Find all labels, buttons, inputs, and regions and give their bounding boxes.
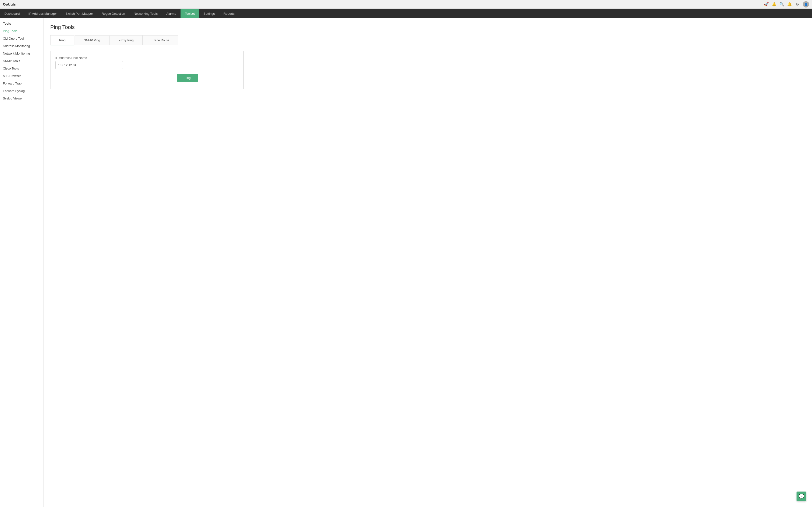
app-logo: OpUtils bbox=[3, 2, 16, 6]
content-box: IP Address/Host Name Ping bbox=[50, 51, 244, 89]
ip-label: IP Address/Host Name bbox=[55, 56, 239, 60]
top-bar: OpUtils 🚀 🔔 🔍 🔔 ⚙ 👤 bbox=[0, 0, 812, 9]
nav-bar: Dashboard IP Address Manager Switch Port… bbox=[0, 9, 812, 18]
nav-item-reports[interactable]: Reports bbox=[219, 9, 239, 18]
tab-trace-route[interactable]: Trace Route bbox=[143, 35, 178, 45]
sidebar-item-syslog-viewer[interactable]: Syslog Viewer bbox=[0, 95, 43, 102]
nav-item-alarms[interactable]: Alarms bbox=[162, 9, 180, 18]
sidebar-section-title: Tools bbox=[0, 18, 43, 27]
search-icon[interactable]: 🔍 bbox=[779, 2, 784, 6]
rocket-icon[interactable]: 🚀 bbox=[764, 2, 768, 6]
nav-item-toolset[interactable]: Toolset bbox=[181, 9, 199, 18]
sidebar-item-address-monitoring[interactable]: Address Monitoring bbox=[0, 42, 43, 50]
sidebar-item-mib-browser[interactable]: MIB Browser bbox=[0, 72, 43, 80]
tab-ping[interactable]: Ping bbox=[50, 35, 74, 45]
nav-item-networking-tools[interactable]: Networking Tools bbox=[129, 9, 162, 18]
sidebar-item-snmp-tools[interactable]: SNMP Tools bbox=[0, 57, 43, 65]
main-content: Ping Tools Ping SNMP Ping Proxy Ping Tra… bbox=[44, 18, 812, 507]
nav-item-rogue-detection[interactable]: Rogue Detection bbox=[97, 9, 130, 18]
tab-snmp-ping[interactable]: SNMP Ping bbox=[75, 35, 109, 45]
nav-item-ip-address-manager[interactable]: IP Address Manager bbox=[24, 9, 61, 18]
sidebar-item-network-monitoring[interactable]: Network Monitoring bbox=[0, 50, 43, 57]
ping-btn-row: Ping bbox=[55, 74, 198, 82]
ping-button[interactable]: Ping bbox=[177, 74, 198, 82]
page-title: Ping Tools bbox=[50, 24, 805, 31]
sidebar: Tools Ping Tools CLI Query Tool Address … bbox=[0, 18, 44, 507]
bell-icon[interactable]: 🔔 bbox=[772, 2, 776, 6]
alert-icon[interactable]: 🔔 bbox=[788, 2, 792, 6]
nav-item-dashboard[interactable]: Dashboard bbox=[0, 9, 24, 18]
sidebar-item-forward-trap[interactable]: Forward Trap bbox=[0, 80, 43, 87]
nav-item-switch-port-mapper[interactable]: Switch Port Mapper bbox=[61, 9, 97, 18]
tab-bar: Ping SNMP Ping Proxy Ping Trace Route bbox=[50, 35, 805, 45]
avatar[interactable]: 👤 bbox=[803, 1, 809, 7]
sidebar-item-cli-query-tool[interactable]: CLI Query Tool bbox=[0, 35, 43, 42]
ip-address-input[interactable] bbox=[55, 61, 123, 69]
ip-form-section: IP Address/Host Name bbox=[55, 56, 239, 69]
chat-icon: 💬 bbox=[799, 494, 805, 499]
tab-proxy-ping[interactable]: Proxy Ping bbox=[109, 35, 143, 45]
gear-icon[interactable]: ⚙ bbox=[795, 2, 800, 6]
chat-button[interactable]: 💬 bbox=[797, 492, 806, 501]
sidebar-item-forward-syslog[interactable]: Forward Syslog bbox=[0, 87, 43, 95]
sidebar-item-ping-tools[interactable]: Ping Tools bbox=[0, 27, 43, 35]
nav-item-settings[interactable]: Settings bbox=[199, 9, 219, 18]
layout: Tools Ping Tools CLI Query Tool Address … bbox=[0, 18, 812, 507]
top-bar-icons: 🚀 🔔 🔍 🔔 ⚙ 👤 bbox=[764, 1, 809, 7]
sidebar-item-cisco-tools[interactable]: Cisco Tools bbox=[0, 65, 43, 72]
